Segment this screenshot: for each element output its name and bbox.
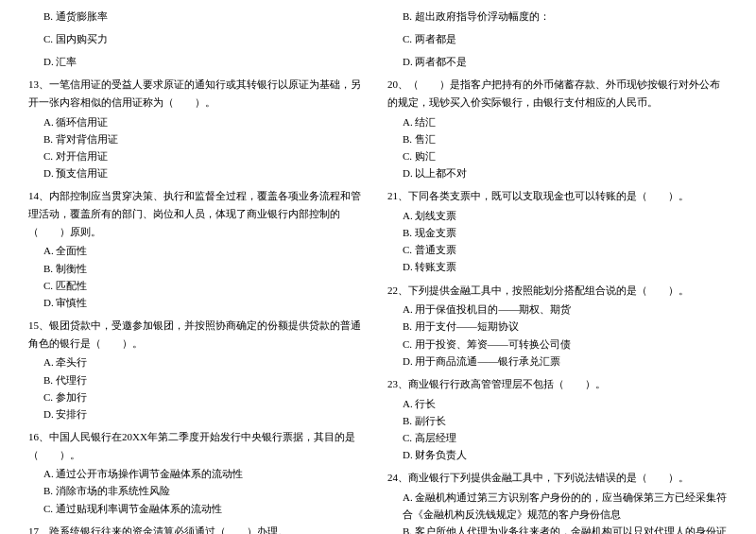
question-17-text: 17、跨系统银行往来的资金清算必须通过（ ）办理。 [28,523,369,534]
q22-opt-b: B. 用于支付——短期协议 [387,318,728,335]
question-22: 22、下列提供金融工具中，按照能划分搭配组合说的是（ ）。 A. 用于保值投机目… [387,282,728,370]
page-container: B. 通货膨胀率 C. 国内购买力 D. 汇率 13、一笔信用证的受益人要求原证… [0,0,756,534]
q21-opt-d: D. 转账支票 [387,258,728,275]
two-column-layout: B. 通货膨胀率 C. 国内购买力 D. 汇率 13、一笔信用证的受益人要求原证… [28,8,728,534]
q13-opt-b: B. 背对背信用证 [28,130,369,147]
q16-opt-a: A. 通过公开市场操作调节金融体系的流动性 [28,465,369,482]
question-24-text: 24、商业银行下列提供金融工具中，下列说法错误的是（ ）。 [387,469,728,487]
q16-opt-b: B. 消除市场的非系统性风险 [28,482,369,499]
question-15: 15、银团贷款中，受邀参加银团，并按照协商确定的份额提供贷款的普通角色的银行是（… [28,317,369,422]
option-text: B. 通货膨胀率 [28,8,369,25]
q14-opt-a: A. 全面性 [28,242,369,259]
q23-opt-c: C. 高层经理 [387,429,728,446]
question-16-text: 16、中国人民银行在20XX年第二季度开始发行中央银行票据，其目的是（ ）。 [28,428,369,463]
item-c-domestic: C. 国内购买力 [28,30,369,47]
q21-opt-a: A. 划线支票 [387,207,728,224]
q14-opt-d: D. 审慎性 [28,294,369,311]
question-14: 14、内部控制应当贯穿决策、执行和监督全过程，覆盖各项业务流程和管理活动，覆盖所… [28,187,369,311]
q23-opt-d: D. 财务负责人 [387,446,728,463]
question-23: 23、商业银行行政高管管理层不包括（ ）。 A. 行长 B. 副行长 C. 高层… [387,375,728,463]
q22-opt-d: D. 用于商品流通——银行承兑汇票 [387,353,728,370]
q21-opt-b: B. 现金支票 [387,224,728,241]
question-20-text: 20、（ ）是指客户把持有的外币储蓄存款、外币现钞按银行对外公布的规定，现钞买入… [387,76,728,111]
option-text: D. 汇率 [28,53,369,70]
q21-opt-c: C. 普通支票 [387,241,728,258]
question-21-text: 21、下同各类支票中，既可以支取现金也可以转账的是（ ）。 [387,187,728,205]
q22-opt-c: C. 用于投资、筹资——可转换公司债 [387,336,728,353]
q20-opt-c: C. 购汇 [387,147,728,164]
item-c-both: C. 两者都是 [387,30,728,47]
q20-opt-a: A. 结汇 [387,113,728,130]
question-23-text: 23、商业银行行政高管管理层不包括（ ）。 [387,375,728,393]
option-text: B. 超出政府指导价浮动幅度的： [387,8,728,25]
q15-opt-c: C. 参加行 [28,388,369,405]
q20-opt-b: B. 售汇 [387,130,728,147]
right-column: B. 超出政府指导价浮动幅度的： C. 两者都是 D. 两者都不是 20、（ ）… [387,8,728,534]
question-13-text: 13、一笔信用证的受益人要求原证的通知行或其转银行以原证为基础，另开一张内容相似… [28,76,369,111]
question-14-text: 14、内部控制应当贯穿决策、执行和监督全过程，覆盖各项业务流程和管理活动，覆盖所… [28,187,369,240]
question-15-text: 15、银团贷款中，受邀参加银团，并按照协商确定的份额提供贷款的普通角色的银行是（… [28,317,369,352]
question-20: 20、（ ）是指客户把持有的外币储蓄存款、外币现钞按银行对外公布的规定，现钞买入… [387,76,728,181]
question-13: 13、一笔信用证的受益人要求原证的通知行或其转银行以原证为基础，另开一张内容相似… [28,76,369,181]
option-text: C. 两者都是 [387,30,728,47]
q13-opt-a: A. 循环信用证 [28,113,369,130]
item-b-exceed: B. 超出政府指导价浮动幅度的： [387,8,728,25]
item-d-exchange: D. 汇率 [28,53,369,70]
q24-opt-a: A. 金融机构通过第三方识别客户身份的的，应当确保第三方已经采集符合《金融机构反… [387,489,728,523]
question-22-text: 22、下列提供金融工具中，按照能划分搭配组合说的是（ ）。 [387,282,728,300]
left-column: B. 通货膨胀率 C. 国内购买力 D. 汇率 13、一笔信用证的受益人要求原证… [28,8,369,534]
q23-opt-b: B. 副行长 [387,412,728,429]
q15-opt-a: A. 牵头行 [28,353,369,370]
item-d-neither: D. 两者都不是 [387,53,728,70]
q20-opt-d: D. 以上都不对 [387,164,728,181]
q15-opt-d: D. 安排行 [28,405,369,422]
question-24: 24、商业银行下列提供金融工具中，下列说法错误的是（ ）。 A. 金融机构通过第… [387,469,728,534]
option-text: C. 国内购买力 [28,30,369,47]
q14-opt-b: B. 制衡性 [28,260,369,277]
q14-opt-c: C. 匹配性 [28,277,369,294]
option-text: D. 两者都不是 [387,53,728,70]
q23-opt-a: A. 行长 [387,395,728,412]
question-21: 21、下同各类支票中，既可以支取现金也可以转账的是（ ）。 A. 划线支票 B.… [387,187,728,275]
question-16: 16、中国人民银行在20XX年第二季度开始发行中央银行票据，其目的是（ ）。 A… [28,428,369,517]
item-b-traffic: B. 通货膨胀率 [28,8,369,25]
question-17: 17、跨系统银行往来的资金清算必须通过（ ）办理。 A. 当地结算中心 B. 银… [28,523,369,534]
q24-opt-b: B. 客户所他人代理为业务往来者的，金融机构可以只对代理人的身份证件或者其他身份… [387,523,728,534]
q22-opt-a: A. 用于保值投机目的——期权、期货 [387,301,728,318]
q15-opt-b: B. 代理行 [28,371,369,388]
q16-opt-c: C. 通过贴现利率调节金融体系的流动性 [28,500,369,517]
q13-opt-d: D. 预支信用证 [28,164,369,181]
q13-opt-c: C. 对开信用证 [28,147,369,164]
